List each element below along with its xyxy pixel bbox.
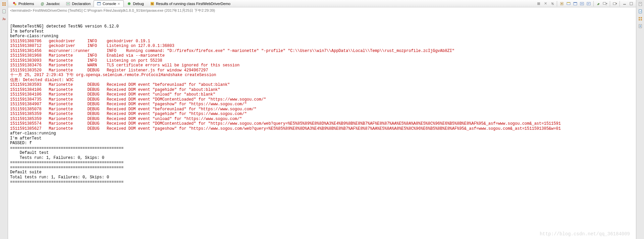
svg-rect-28	[587, 2, 590, 5]
svg-rect-8	[66, 2, 70, 5]
separator	[610, 1, 610, 6]
problems-icon	[12, 1, 17, 6]
word-wrap-icon[interactable]	[586, 1, 591, 6]
javadoc-icon[interactable]: i	[1, 9, 7, 14]
svg-rect-1	[4, 2, 6, 4]
console-line: Default test	[10, 151, 634, 156]
console-line: 1511591385574 Marionette DEBUG Received …	[10, 121, 634, 126]
remove-all-icon[interactable]: ✕✕	[549, 1, 555, 6]
console-line: 1511591380706 geckodriver INFO geckodriv…	[10, 39, 634, 44]
svg-rect-22	[567, 2, 570, 3]
ju-icon[interactable]: Jυ	[1, 16, 7, 21]
svg-text:N: N	[151, 2, 153, 5]
declaration-icon	[66, 1, 70, 6]
console-icon	[97, 1, 101, 6]
console-line: 1511591381456 mozrunner::runner INFO Run…	[10, 49, 634, 54]
svg-rect-38	[639, 17, 640, 18]
new-console-icon[interactable]: +▾	[612, 1, 618, 6]
console-line: 1511591383593 Marionette DEBUG Received …	[10, 82, 634, 87]
separator	[593, 1, 594, 6]
separator	[557, 1, 557, 6]
watermark: http://blog.csdn.net/qq_36184009	[540, 232, 630, 237]
console-line: [RemoteTestNG] detected TestNG version 6…	[10, 24, 634, 29]
bookmark-icon-r[interactable]	[638, 16, 643, 21]
tab-label: Debug	[133, 2, 144, 6]
testng-icon: N	[150, 1, 155, 6]
tab-declaration[interactable]: Declaration	[63, 0, 94, 7]
console-line: after-class:running	[10, 131, 634, 136]
tab-debug[interactable]: Debug	[124, 0, 147, 7]
left-trim-stack: i Jυ	[0, 0, 8, 239]
svg-rect-29	[603, 2, 606, 4]
svg-rect-3	[4, 4, 6, 6]
remove-launch-icon[interactable]: ✕	[543, 1, 548, 6]
svg-rect-2	[2, 4, 4, 6]
svg-rect-37	[639, 10, 642, 13]
console-line: 1511591385359 Marionette DEBUG Received …	[10, 117, 634, 122]
console-line: before-class:running	[10, 34, 634, 39]
svg-text:i: i	[4, 10, 4, 13]
svg-rect-18	[537, 2, 540, 5]
svg-rect-25	[580, 2, 584, 5]
console-line: 1511591380712 geckodriver INFO Listening…	[10, 44, 634, 49]
console-toolbar: ✕ ✕✕ ▾ +▾	[536, 1, 636, 6]
tab-label: Console	[103, 2, 116, 6]
console-line: ========================================…	[10, 146, 634, 151]
console-line: 1511591383093 Marionette INFO Listening …	[10, 58, 634, 63]
task-icon-r[interactable]	[638, 9, 643, 14]
scroll-lock-icon[interactable]	[579, 1, 585, 6]
svg-rect-40	[639, 19, 640, 20]
display-icon[interactable]	[566, 1, 571, 6]
outline-icon-r[interactable]	[638, 1, 643, 7]
tab-label: Results of running class FirstWebDriverD…	[156, 2, 230, 6]
console-line: 1511591381968 Marionette INFO Enabled vi…	[10, 53, 634, 58]
console-line: 1511591385359 Marionette DEBUG Received …	[10, 112, 634, 117]
console-line: 1511591384106 Marionette DEBUG Received …	[10, 87, 634, 93]
tab-testng-results[interactable]: N Results of running class FirstWebDrive…	[147, 0, 233, 7]
tab-javadoc[interactable]: @ Javadoc	[37, 0, 63, 7]
console-line: 信息: Detected dialect: W3C	[10, 78, 634, 83]
close-icon[interactable]: ✕	[117, 2, 121, 5]
workbench: i Jυ Problems @ Javadoc Declaration Cons…	[0, 0, 644, 239]
max-view-icon[interactable]	[629, 1, 634, 6]
svg-rect-20	[561, 3, 562, 4]
console-line: 1511591384735 Marionette DEBUG Received …	[10, 97, 634, 102]
svg-rect-41	[641, 19, 642, 20]
tab-label: Declaration	[72, 2, 91, 6]
javadoc-tab-icon: @	[40, 1, 45, 6]
svg-rect-24	[574, 2, 577, 3]
right-trim-stack	[636, 0, 644, 239]
tab-problems[interactable]: Problems	[9, 0, 37, 7]
console-line: Total tests run: 1, Failures: 0, Skips: …	[10, 175, 634, 180]
terminate-icon[interactable]	[536, 1, 541, 6]
clear-icon[interactable]	[596, 1, 601, 6]
console-select-icon[interactable]: ▾	[602, 1, 608, 6]
pin-icon[interactable]	[559, 1, 565, 6]
svg-rect-0	[2, 2, 4, 4]
tab-label: Javadoc	[46, 2, 60, 6]
console-line: 1511591385078 Marionette DEBUG Received …	[10, 107, 634, 112]
debug-icon	[127, 1, 131, 6]
console-line: ========================================…	[10, 160, 634, 165]
notes-icon-r[interactable]	[638, 23, 643, 29]
console-line: Tests run: 1, Failures: 0, Skips: 0	[10, 156, 634, 161]
tab-console[interactable]: Console ✕	[94, 0, 124, 7]
console-line: I'm beforeTest	[10, 29, 634, 34]
console-line: Default suite	[10, 170, 634, 175]
open-console-icon[interactable]	[573, 1, 578, 6]
console-line: ========================================…	[10, 180, 634, 185]
outline-icon[interactable]	[1, 1, 7, 7]
console-line: ========================================…	[10, 165, 634, 170]
svg-rect-12	[97, 2, 101, 3]
console-line: 1511591384907 Marionette DEBUG Received …	[10, 102, 634, 107]
console-line: PASSED: f	[10, 141, 634, 146]
console-line: 1511591384106 Marionette DEBUG Received …	[10, 92, 634, 97]
min-view-icon[interactable]	[622, 1, 627, 6]
tab-label: Problems	[18, 2, 34, 6]
console-output[interactable]: [RemoteTestNG] detected TestNG version 6…	[8, 14, 636, 239]
console-line: 1511591385627 Marionette DEBUG Received …	[10, 126, 634, 131]
tab-bar: Problems @ Javadoc Declaration Console ✕…	[8, 0, 636, 7]
console-line: 1511591383520 Marionette DEBUG Register …	[10, 68, 634, 73]
center-area: Problems @ Javadoc Declaration Console ✕…	[8, 0, 636, 239]
svg-rect-39	[641, 17, 642, 18]
